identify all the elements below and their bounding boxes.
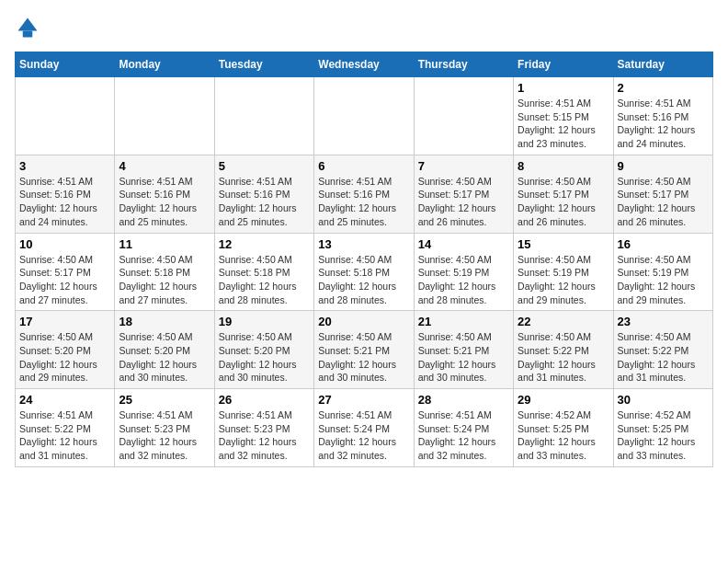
calendar-cell: 23Sunrise: 4:50 AM Sunset: 5:22 PM Dayli… xyxy=(613,311,712,389)
day-info: Sunrise: 4:50 AM Sunset: 5:21 PM Dayligh… xyxy=(318,330,409,385)
day-info: Sunrise: 4:51 AM Sunset: 5:16 PM Dayligh… xyxy=(618,97,709,151)
calendar-week-3: 17Sunrise: 4:50 AM Sunset: 5:20 PM Dayli… xyxy=(16,311,713,389)
day-number: 1 xyxy=(518,81,609,95)
calendar-cell: 30Sunrise: 4:52 AM Sunset: 5:25 PM Dayli… xyxy=(613,389,712,467)
calendar-table: SundayMondayTuesdayWednesdayThursdayFrid… xyxy=(15,52,713,467)
calendar-cell: 13Sunrise: 4:50 AM Sunset: 5:18 PM Dayli… xyxy=(314,233,414,311)
day-number: 18 xyxy=(119,315,210,328)
day-number: 24 xyxy=(19,393,110,407)
calendar-cell: 22Sunrise: 4:50 AM Sunset: 5:22 PM Dayli… xyxy=(514,311,613,389)
day-info: Sunrise: 4:51 AM Sunset: 5:16 PM Dayligh… xyxy=(219,175,310,229)
day-number: 10 xyxy=(19,237,110,251)
calendar-cell: 6Sunrise: 4:51 AM Sunset: 5:16 PM Daylig… xyxy=(314,155,414,233)
day-number: 26 xyxy=(219,393,310,407)
day-info: Sunrise: 4:52 AM Sunset: 5:25 PM Dayligh… xyxy=(618,408,709,463)
calendar-cell: 12Sunrise: 4:50 AM Sunset: 5:18 PM Dayli… xyxy=(214,233,313,311)
day-info: Sunrise: 4:50 AM Sunset: 5:18 PM Dayligh… xyxy=(318,253,409,307)
calendar-cell: 10Sunrise: 4:50 AM Sunset: 5:17 PM Dayli… xyxy=(16,233,115,311)
day-info: Sunrise: 4:50 AM Sunset: 5:18 PM Dayligh… xyxy=(119,253,210,307)
svg-rect-1 xyxy=(23,31,33,38)
day-number: 7 xyxy=(418,159,509,173)
calendar-cell xyxy=(16,77,115,155)
calendar-cell: 16Sunrise: 4:50 AM Sunset: 5:19 PM Dayli… xyxy=(613,233,712,311)
weekday-header-wednesday: Wednesday xyxy=(314,52,414,77)
calendar-week-2: 10Sunrise: 4:50 AM Sunset: 5:17 PM Dayli… xyxy=(16,233,713,311)
day-number: 30 xyxy=(618,393,709,407)
day-info: Sunrise: 4:52 AM Sunset: 5:25 PM Dayligh… xyxy=(518,408,609,463)
day-info: Sunrise: 4:51 AM Sunset: 5:15 PM Dayligh… xyxy=(518,97,609,151)
calendar-header: SundayMondayTuesdayWednesdayThursdayFrid… xyxy=(16,52,713,77)
day-number: 2 xyxy=(618,81,709,95)
day-number: 22 xyxy=(518,315,609,328)
calendar-cell: 27Sunrise: 4:51 AM Sunset: 5:24 PM Dayli… xyxy=(314,389,414,467)
day-info: Sunrise: 4:50 AM Sunset: 5:19 PM Dayligh… xyxy=(418,253,509,307)
calendar-cell: 19Sunrise: 4:50 AM Sunset: 5:20 PM Dayli… xyxy=(214,311,313,389)
calendar-cell xyxy=(115,77,214,155)
calendar-cell: 26Sunrise: 4:51 AM Sunset: 5:23 PM Dayli… xyxy=(214,389,313,467)
logo xyxy=(15,15,44,40)
day-info: Sunrise: 4:50 AM Sunset: 5:22 PM Dayligh… xyxy=(618,330,709,385)
day-info: Sunrise: 4:50 AM Sunset: 5:17 PM Dayligh… xyxy=(19,253,110,307)
calendar-cell: 28Sunrise: 4:51 AM Sunset: 5:24 PM Dayli… xyxy=(414,389,513,467)
calendar-cell: 8Sunrise: 4:50 AM Sunset: 5:17 PM Daylig… xyxy=(514,155,613,233)
day-number: 14 xyxy=(418,237,509,251)
day-number: 23 xyxy=(618,315,709,328)
day-info: Sunrise: 4:50 AM Sunset: 5:20 PM Dayligh… xyxy=(119,330,210,385)
weekday-header-tuesday: Tuesday xyxy=(214,52,313,77)
day-info: Sunrise: 4:51 AM Sunset: 5:24 PM Dayligh… xyxy=(418,408,509,463)
calendar-cell: 7Sunrise: 4:50 AM Sunset: 5:17 PM Daylig… xyxy=(414,155,513,233)
calendar-week-4: 24Sunrise: 4:51 AM Sunset: 5:22 PM Dayli… xyxy=(16,389,713,467)
calendar-cell xyxy=(214,77,313,155)
day-info: Sunrise: 4:51 AM Sunset: 5:23 PM Dayligh… xyxy=(219,408,310,463)
svg-marker-0 xyxy=(18,18,38,31)
calendar-cell: 1Sunrise: 4:51 AM Sunset: 5:15 PM Daylig… xyxy=(514,77,613,155)
day-number: 20 xyxy=(318,315,409,328)
day-info: Sunrise: 4:51 AM Sunset: 5:16 PM Dayligh… xyxy=(119,175,210,229)
day-number: 16 xyxy=(618,237,709,251)
calendar-cell xyxy=(314,77,414,155)
weekday-header-thursday: Thursday xyxy=(414,52,513,77)
calendar-cell: 11Sunrise: 4:50 AM Sunset: 5:18 PM Dayli… xyxy=(115,233,214,311)
day-number: 25 xyxy=(119,393,210,407)
calendar-cell: 5Sunrise: 4:51 AM Sunset: 5:16 PM Daylig… xyxy=(214,155,313,233)
calendar-cell: 2Sunrise: 4:51 AM Sunset: 5:16 PM Daylig… xyxy=(613,77,712,155)
day-number: 29 xyxy=(518,393,609,407)
day-number: 21 xyxy=(418,315,509,328)
calendar-cell: 17Sunrise: 4:50 AM Sunset: 5:20 PM Dayli… xyxy=(16,311,115,389)
calendar-cell: 3Sunrise: 4:51 AM Sunset: 5:16 PM Daylig… xyxy=(16,155,115,233)
day-info: Sunrise: 4:51 AM Sunset: 5:24 PM Dayligh… xyxy=(318,408,409,463)
day-number: 3 xyxy=(19,159,110,173)
day-number: 12 xyxy=(219,237,310,251)
calendar-cell: 21Sunrise: 4:50 AM Sunset: 5:21 PM Dayli… xyxy=(414,311,513,389)
day-info: Sunrise: 4:50 AM Sunset: 5:19 PM Dayligh… xyxy=(618,253,709,307)
day-number: 5 xyxy=(219,159,310,173)
calendar-cell xyxy=(414,77,513,155)
page-header xyxy=(15,15,713,40)
day-number: 19 xyxy=(219,315,310,328)
calendar-cell: 9Sunrise: 4:50 AM Sunset: 5:17 PM Daylig… xyxy=(613,155,712,233)
day-info: Sunrise: 4:50 AM Sunset: 5:20 PM Dayligh… xyxy=(19,330,110,385)
weekday-header-sunday: Sunday xyxy=(16,52,115,77)
calendar-cell: 20Sunrise: 4:50 AM Sunset: 5:21 PM Dayli… xyxy=(314,311,414,389)
day-info: Sunrise: 4:50 AM Sunset: 5:20 PM Dayligh… xyxy=(219,330,310,385)
day-number: 13 xyxy=(318,237,409,251)
calendar-cell: 25Sunrise: 4:51 AM Sunset: 5:23 PM Dayli… xyxy=(115,389,214,467)
day-number: 9 xyxy=(618,159,709,173)
weekday-header-monday: Monday xyxy=(115,52,214,77)
day-number: 8 xyxy=(518,159,609,173)
calendar-cell: 4Sunrise: 4:51 AM Sunset: 5:16 PM Daylig… xyxy=(115,155,214,233)
calendar-week-1: 3Sunrise: 4:51 AM Sunset: 5:16 PM Daylig… xyxy=(16,155,713,233)
day-info: Sunrise: 4:51 AM Sunset: 5:16 PM Dayligh… xyxy=(19,175,110,229)
calendar-cell: 29Sunrise: 4:52 AM Sunset: 5:25 PM Dayli… xyxy=(514,389,613,467)
day-info: Sunrise: 4:50 AM Sunset: 5:22 PM Dayligh… xyxy=(518,330,609,385)
day-info: Sunrise: 4:50 AM Sunset: 5:19 PM Dayligh… xyxy=(518,253,609,307)
day-number: 28 xyxy=(418,393,509,407)
weekday-header-friday: Friday xyxy=(514,52,613,77)
day-info: Sunrise: 4:50 AM Sunset: 5:17 PM Dayligh… xyxy=(618,175,709,229)
day-info: Sunrise: 4:50 AM Sunset: 5:17 PM Dayligh… xyxy=(518,175,609,229)
day-info: Sunrise: 4:50 AM Sunset: 5:18 PM Dayligh… xyxy=(219,253,310,307)
day-info: Sunrise: 4:51 AM Sunset: 5:22 PM Dayligh… xyxy=(19,408,110,463)
calendar-week-0: 1Sunrise: 4:51 AM Sunset: 5:15 PM Daylig… xyxy=(16,77,713,155)
logo-icon xyxy=(15,15,40,40)
calendar-cell: 14Sunrise: 4:50 AM Sunset: 5:19 PM Dayli… xyxy=(414,233,513,311)
